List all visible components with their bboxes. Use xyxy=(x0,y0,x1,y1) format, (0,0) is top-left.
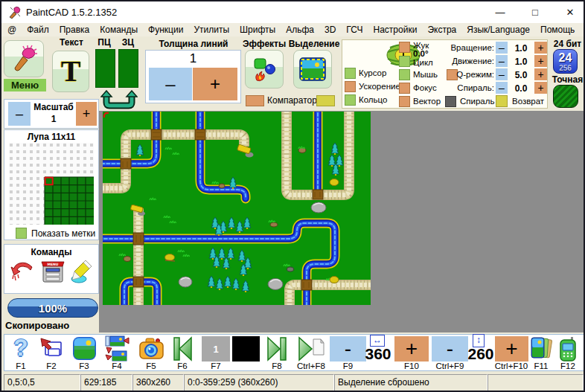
image-stack-icon[interactable] xyxy=(529,335,553,362)
menu-item-settings[interactable]: Настройки xyxy=(374,25,418,35)
return-checkbox[interactable] xyxy=(496,95,508,107)
play-page-icon[interactable] xyxy=(297,336,325,362)
precise-button[interactable] xyxy=(553,85,578,108)
phone-icon[interactable] xyxy=(558,336,578,362)
spiral-minus-button[interactable]: – xyxy=(496,82,508,94)
comparator-right-swatch[interactable] xyxy=(316,95,335,106)
menu-item-file[interactable]: Файл xyxy=(27,25,49,35)
text-tool-button[interactable]: T xyxy=(52,51,89,92)
menu-item-3d[interactable]: 3D xyxy=(325,25,336,35)
frame-color-box[interactable] xyxy=(232,336,260,362)
pc-color-swatch[interactable] xyxy=(95,49,115,88)
f4-label: F4 xyxy=(100,362,133,370)
menu-item-at[interactable]: @ xyxy=(7,25,16,35)
show-marks-checkbox[interactable] xyxy=(16,228,27,239)
spiral-plus-button[interactable]: + xyxy=(534,82,547,94)
lupa-preview[interactable] xyxy=(9,143,94,225)
line-width-plus-button[interactable]: + xyxy=(193,68,237,100)
spiral-param-label: Спираль: xyxy=(342,83,494,92)
spiral-value: 0.0 xyxy=(509,83,533,94)
undo-icon[interactable] xyxy=(10,260,35,283)
f7-label: F7 xyxy=(202,362,230,370)
menu-item-edit[interactable]: Правка xyxy=(60,25,90,35)
minimize-button[interactable]: — xyxy=(485,1,516,23)
scale-minus-button[interactable]: – xyxy=(8,102,31,126)
line-width-panel: 1 – + xyxy=(145,50,241,103)
scale-panel: – Масштаб 1 + xyxy=(4,99,99,129)
qmode-label: Q-режим: xyxy=(342,70,494,79)
menu-item-extra[interactable]: Экстра xyxy=(427,25,456,35)
height-plus-button[interactable]: + xyxy=(495,336,528,362)
command-list-icon[interactable]: MENU xyxy=(40,259,65,284)
vector-checkbox[interactable] xyxy=(399,96,410,107)
menu-item-commands[interactable]: Команды xyxy=(100,25,138,35)
status-image-size: 360x260 xyxy=(132,374,184,391)
image-icon[interactable] xyxy=(71,335,98,362)
menu-item-rng[interactable]: ГСЧ xyxy=(346,25,362,35)
status-cursor-pos: 0,5:0,5 xyxy=(4,374,80,391)
width-plus-button[interactable]: + xyxy=(394,336,429,362)
menu-item-language[interactable]: Язык/Language xyxy=(467,25,530,35)
title-bar: PaintCAD 1.5.2.1352 — □ ✕ xyxy=(1,1,584,23)
rotation-label: Вращение: xyxy=(342,43,494,52)
menu-item-help[interactable]: Помощь xyxy=(540,25,575,35)
movement-minus-button[interactable]: – xyxy=(496,55,508,67)
rotation-minus-button[interactable]: – xyxy=(496,42,508,54)
precise-label: Точная xyxy=(549,74,585,85)
camera-icon[interactable] xyxy=(138,336,164,362)
skip-end-icon[interactable] xyxy=(266,336,288,362)
canvas-map-image[interactable]: .r1{stroke:#c4b780;stroke-width:14;fill:… xyxy=(103,112,371,305)
scale-plus-button[interactable]: + xyxy=(76,102,97,126)
swap-images-icon[interactable] xyxy=(104,335,130,362)
swap-colors-icon[interactable] xyxy=(100,90,138,109)
skip-start-icon[interactable] xyxy=(171,336,193,362)
menu-item-alpha[interactable]: Альфа xyxy=(286,25,314,35)
bug-panel: Курсор Ускорение Кольцо Жук 0.0° Цикл Мы… xyxy=(342,39,548,109)
selection-icon xyxy=(297,56,328,83)
spiral2-label: Спираль xyxy=(460,97,494,106)
f11-label: F11 xyxy=(529,362,553,370)
color-depth-button[interactable]: 24 256 xyxy=(553,49,578,74)
pencil-icon[interactable] xyxy=(71,259,96,284)
ctrl-f8-label: Ctrl+F8 xyxy=(292,362,330,370)
ring-checkbox[interactable] xyxy=(345,94,356,106)
qmode-minus-button[interactable]: – xyxy=(496,68,508,80)
f10-label: F10 xyxy=(394,362,429,370)
f6-label: F6 xyxy=(167,362,197,370)
rotation-plus-button[interactable]: + xyxy=(534,42,547,54)
frame-number-box[interactable]: 1 xyxy=(202,336,230,362)
zoom-percent-button[interactable]: 100% xyxy=(7,298,98,318)
spiral-checkbox[interactable] xyxy=(445,96,456,107)
status-selection-range: 0:0-359:259 (360x260) xyxy=(184,374,334,391)
color-depth-label: 24 бит xyxy=(550,39,585,49)
qmode-plus-button[interactable]: + xyxy=(534,68,547,80)
menu-item-fonts[interactable]: Шрифты xyxy=(240,25,275,35)
window-title: PaintCAD 1.5.2.1352 xyxy=(26,7,117,18)
commands-panel: Команды MENU xyxy=(4,244,99,294)
selection-button[interactable] xyxy=(293,50,332,89)
effects-button[interactable] xyxy=(245,50,284,89)
maximize-button[interactable]: □ xyxy=(520,1,551,23)
f3-label: F3 xyxy=(68,362,100,370)
canvas-height-value: 260 xyxy=(466,345,496,363)
help-button[interactable]: ? xyxy=(11,335,31,360)
vector-label: Вектор xyxy=(413,97,441,106)
zc-color-swatch[interactable] xyxy=(118,49,138,88)
text-tool-glyph: T xyxy=(61,57,81,86)
menu-button-label[interactable]: Меню xyxy=(4,79,46,91)
movement-plus-button[interactable]: + xyxy=(534,55,547,67)
show-marks-label: Показать метки xyxy=(31,228,95,239)
movement-label: Движение: xyxy=(342,57,494,65)
lupa-title: Лупа 11x11 xyxy=(4,132,98,142)
brush-menu-button[interactable] xyxy=(4,40,44,77)
comparator-left-swatch[interactable] xyxy=(246,95,264,106)
close-button[interactable]: ✕ xyxy=(554,1,585,23)
height-minus-button[interactable]: - xyxy=(432,336,468,362)
width-minus-button[interactable]: - xyxy=(330,336,366,362)
menu-item-functions[interactable]: Функции xyxy=(148,25,183,35)
line-width-minus-button[interactable]: – xyxy=(149,68,192,100)
restore-window-icon[interactable] xyxy=(39,336,64,362)
f8-label: F8 xyxy=(263,362,291,370)
copied-status-label: Скопировано xyxy=(5,320,69,331)
menu-item-utilities[interactable]: Утилиты xyxy=(194,25,229,35)
